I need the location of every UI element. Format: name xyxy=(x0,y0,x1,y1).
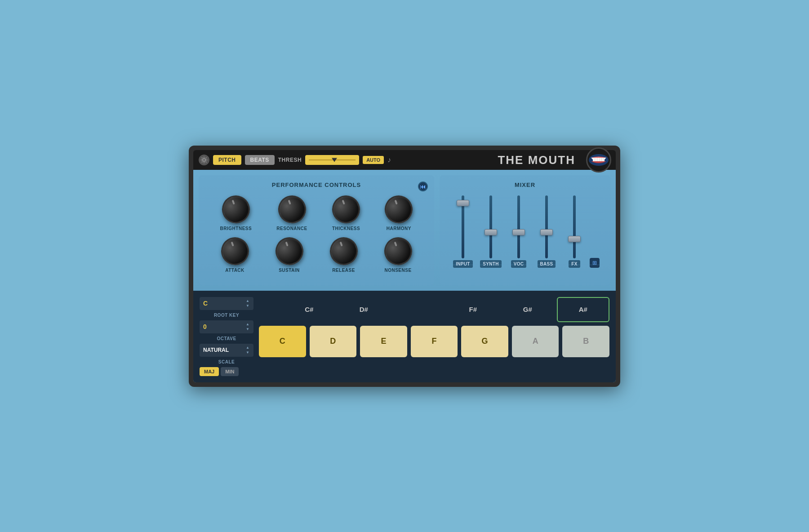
scale-down[interactable]: ▼ xyxy=(245,350,250,355)
knobs-row-top: BRIGHTNESS RESONANCE THICKNESS HARMONY xyxy=(208,195,425,231)
attack-knob[interactable] xyxy=(217,233,253,269)
brightness-knob[interactable] xyxy=(218,191,253,227)
plugin-container: PITCH BEATS THRESH AUTO ♪ THE MOUTH xyxy=(189,146,620,387)
harmony-label: HARMONY xyxy=(387,226,411,231)
attack-label: ATTACK xyxy=(225,268,244,273)
knobs-row-bottom: ATTACK SUSTAIN RELEASE NONSENSE xyxy=(208,237,425,273)
settings-icon[interactable] xyxy=(199,155,209,165)
white-keys-row: C D E F G A B xyxy=(259,326,609,357)
voc-fader-handle[interactable] xyxy=(512,229,525,235)
knob-thickness: THICKNESS xyxy=(332,195,360,231)
perf-controls-title: PERFORMANCE CONTROLS xyxy=(208,182,425,188)
min-button[interactable]: MIN xyxy=(221,367,239,376)
maj-min-row: MAJ MIN xyxy=(200,367,253,376)
thresh-label: THRESH xyxy=(278,157,302,163)
logo-circle xyxy=(586,147,611,173)
piano-section: C# D# F# G# A# C D E F G A B xyxy=(259,297,609,376)
reset-button[interactable]: ⏮ xyxy=(418,182,428,191)
root-key-down[interactable]: ▼ xyxy=(245,304,250,308)
root-key-selector: C ▲ ▼ xyxy=(200,297,253,310)
root-key-arrows: ▲ ▼ xyxy=(245,299,250,308)
input-fader-handle[interactable] xyxy=(457,200,469,206)
octave-up[interactable]: ▲ xyxy=(245,322,250,327)
synth-channel-btn[interactable]: SYNTH xyxy=(480,260,501,268)
octave-value: 0 xyxy=(203,323,207,330)
root-key-value: C xyxy=(203,300,208,307)
octave-label: OCTAVE xyxy=(200,336,253,341)
key-c-sharp[interactable]: C# xyxy=(284,297,335,322)
mixer-channel-synth: SYNTH xyxy=(478,195,503,268)
fx-fader-handle[interactable] xyxy=(568,236,581,242)
octave-down[interactable]: ▼ xyxy=(245,327,250,332)
top-section: PERFORMANCE CONTROLS ⏮ BRIGHTNESS RESONA… xyxy=(193,170,616,291)
thickness-label: THICKNESS xyxy=(332,226,360,231)
release-knob[interactable] xyxy=(326,233,361,269)
svg-rect-2 xyxy=(593,158,605,161)
mixer-channel-fx: FX xyxy=(562,195,587,268)
bottom-section: C ▲ ▼ ROOT KEY 0 ▲ ▼ OCTAVE NATURAL xyxy=(193,291,616,382)
key-g-sharp[interactable]: G# xyxy=(502,297,553,322)
resonance-label: RESONANCE xyxy=(276,226,307,231)
knob-release: RELEASE xyxy=(330,237,358,273)
knob-resonance: RESONANCE xyxy=(276,195,307,231)
input-channel-btn[interactable]: INPUT xyxy=(453,260,473,268)
knob-brightness: BRIGHTNESS xyxy=(220,195,252,231)
tab-beats[interactable]: BEATS xyxy=(245,155,275,165)
key-d[interactable]: D xyxy=(310,326,357,357)
scale-arrows: ▲ ▼ xyxy=(245,346,250,355)
bass-channel-btn[interactable]: BASS xyxy=(538,260,556,268)
key-f[interactable]: F xyxy=(411,326,458,357)
voc-channel-btn[interactable]: VOC xyxy=(511,260,527,268)
key-a[interactable]: A xyxy=(512,326,559,357)
brightness-label: BRIGHTNESS xyxy=(220,226,252,231)
fx-fader-track xyxy=(573,195,576,258)
key-d-sharp[interactable]: D# xyxy=(338,297,390,322)
root-key-label: ROOT KEY xyxy=(200,313,253,318)
key-controls: C ▲ ▼ ROOT KEY 0 ▲ ▼ OCTAVE NATURAL xyxy=(200,297,253,376)
mixer-panel: MIXER xyxy=(440,175,610,285)
key-c[interactable]: C xyxy=(259,326,306,357)
header: PITCH BEATS THRESH AUTO ♪ THE MOUTH xyxy=(193,150,616,170)
scale-up[interactable]: ▲ xyxy=(245,346,250,350)
thresh-slider[interactable] xyxy=(305,155,359,165)
synth-fader-track xyxy=(489,195,492,258)
nonsense-label: NONSENSE xyxy=(384,268,411,273)
tab-pitch[interactable]: PITCH xyxy=(213,155,241,165)
resonance-knob[interactable] xyxy=(274,191,310,227)
mixer-channels: INPUT SYNTH xyxy=(447,195,603,268)
main-body: PERFORMANCE CONTROLS ⏮ BRIGHTNESS RESONA… xyxy=(193,170,616,382)
knob-harmony: HARMONY xyxy=(385,195,413,231)
key-g[interactable]: G xyxy=(461,326,508,357)
knob-nonsense: NONSENSE xyxy=(384,237,412,273)
octave-arrows: ▲ ▼ xyxy=(245,322,250,332)
auto-button[interactable]: AUTO xyxy=(363,156,384,164)
key-b[interactable]: B xyxy=(562,326,609,357)
thickness-knob[interactable] xyxy=(328,191,364,227)
key-f-sharp[interactable]: F# xyxy=(448,297,499,322)
plugin-title: THE MOUTH xyxy=(498,153,575,167)
bass-fader-handle[interactable] xyxy=(540,229,553,235)
nonsense-knob[interactable] xyxy=(380,233,416,269)
note-icon: ♪ xyxy=(387,156,391,164)
knob-sustain: SUSTAIN xyxy=(276,237,303,273)
scale-selector: NATURAL ▲ ▼ xyxy=(200,344,253,357)
synth-fader-handle[interactable] xyxy=(485,229,497,235)
sustain-knob[interactable] xyxy=(271,233,307,269)
svg-point-0 xyxy=(203,159,205,161)
mixer-title: MIXER xyxy=(447,182,603,188)
harmony-knob[interactable] xyxy=(381,191,417,227)
root-key-up[interactable]: ▲ xyxy=(245,299,250,303)
fx-channel-btn[interactable]: FX xyxy=(569,260,580,268)
mixer-channel-bass: BASS xyxy=(534,195,559,268)
scale-value: NATURAL xyxy=(203,347,229,353)
maj-button[interactable]: MAJ xyxy=(200,367,219,376)
mixer-channel-input: INPUT xyxy=(450,195,476,268)
key-a-sharp[interactable]: A# xyxy=(557,297,610,322)
voc-fader-track xyxy=(517,195,520,258)
key-e[interactable]: E xyxy=(360,326,407,357)
mixer-settings-btn[interactable]: ⊞ xyxy=(590,258,600,268)
input-fader-track xyxy=(462,195,464,258)
perf-controls-panel: PERFORMANCE CONTROLS ⏮ BRIGHTNESS RESONA… xyxy=(199,175,434,285)
black-keys-row: C# D# F# G# A# xyxy=(259,297,609,322)
thresh-track xyxy=(309,160,356,160)
